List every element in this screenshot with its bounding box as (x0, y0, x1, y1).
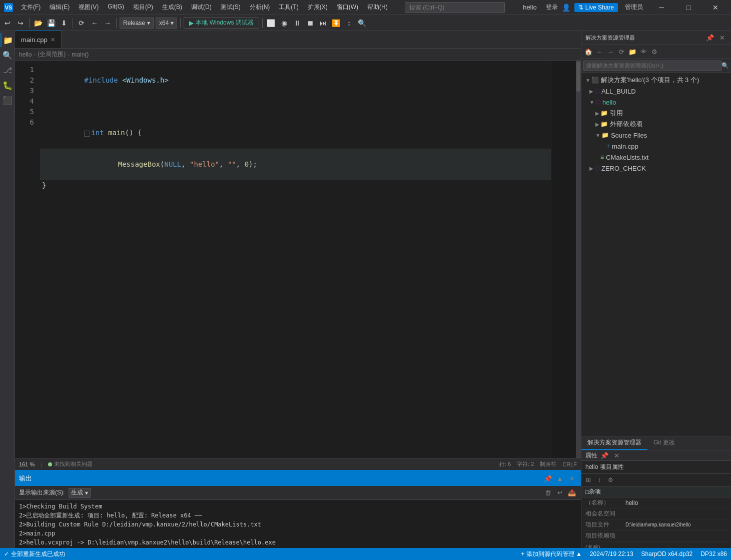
toolbar-misc3[interactable]: ⏸ (292, 18, 303, 29)
props-settings-btn[interactable]: ⚙ (605, 475, 615, 485)
output-content[interactable]: 1>Checking Build System 2>已启动全部重新生成: 项目:… (15, 500, 581, 550)
toolbar-btn-extra3[interactable]: → (102, 18, 113, 29)
tree-item-source-files[interactable]: ▼ 📁 Source Files (581, 130, 731, 141)
save-all-button[interactable]: ⬇ (59, 18, 70, 29)
run-button[interactable]: ▶ 本地 Windows 调试器 (184, 18, 259, 29)
se-back-icon[interactable]: ← (594, 47, 604, 57)
output-collapse-button[interactable]: ▲ (555, 473, 565, 483)
output-wrap-button[interactable]: ↵ (555, 488, 565, 498)
breadcrumb-scope[interactable]: (全局范围) (38, 50, 66, 59)
platform-arrow: ▾ (171, 20, 174, 27)
tree-item-cmakelists[interactable]: ▶ ≡ CMakeLists.txt (581, 152, 731, 163)
se-show-all-icon[interactable]: 👁 (638, 47, 648, 57)
toolbar-btn-extra1[interactable]: ⟳ (76, 18, 87, 29)
window-title: hello (523, 4, 536, 11)
save-button[interactable]: 💾 (46, 18, 57, 29)
se-filter-icon[interactable]: ⚙ (649, 47, 659, 57)
build-config-dropdown[interactable]: Release ▾ (120, 18, 154, 29)
tab-git-changes[interactable]: Git 更改 (647, 436, 681, 450)
toolbar-misc7[interactable]: ↕ (344, 18, 355, 29)
se-new-folder-icon[interactable]: 📁 (627, 47, 637, 57)
breadcrumb-hello[interactable]: hello (19, 51, 32, 58)
tab-solution-explorer[interactable]: 解决方案资源管理器 (581, 436, 647, 450)
restore-button[interactable]: □ (677, 0, 700, 15)
se-forward-icon[interactable]: → (605, 47, 615, 57)
output-pin-button[interactable]: 📌 (543, 473, 553, 483)
open-button[interactable]: 📂 (33, 18, 44, 29)
output-toolbar-icons: 🗑 ↵ 📤 (543, 488, 577, 498)
menu-window[interactable]: 窗口(W) (333, 1, 362, 14)
activity-search[interactable]: 🔍 (1, 48, 15, 62)
manage-button[interactable]: 管理员 (622, 3, 646, 12)
breadcrumb-function[interactable]: main() (72, 51, 89, 58)
toolbar-misc5[interactable]: ⏭ (318, 18, 329, 29)
solution-root[interactable]: ▼ ⬛ 解决方案'hello'(3 个项目，共 3 个) (581, 75, 731, 86)
status-add-source[interactable]: + 添加到源代码管理 ▲ (521, 550, 582, 558)
se-home-icon[interactable]: 🏠 (583, 47, 593, 57)
output-source-label: 显示输出来源(S): (19, 488, 65, 497)
platform-dropdown[interactable]: x64 ▾ (156, 18, 177, 29)
search-input[interactable] (405, 2, 505, 13)
line-numbers: 1 2 3 4 5 6 (15, 61, 40, 458)
toolbar-btn-extra2[interactable]: ← (89, 18, 100, 29)
line-num-3: 3 (15, 86, 34, 96)
menu-test[interactable]: 测试(S) (217, 1, 245, 14)
activity-git[interactable]: ⎇ (1, 63, 15, 77)
toolbar-misc6[interactable]: ⏬ (331, 18, 342, 29)
menu-file[interactable]: 文件(F) (17, 1, 45, 14)
live-share-button[interactable]: ⇅ Live Share (574, 3, 618, 12)
output-line-2: 2>已启动全部重新生成: 项目: hello, 配置: Release x64 … (19, 511, 577, 520)
props-close-button[interactable]: ✕ (611, 450, 621, 460)
toolbar-misc4[interactable]: ⏹ (305, 18, 316, 29)
toolbar-misc8[interactable]: 🔍 (357, 18, 368, 29)
code-editor[interactable]: 1 2 3 4 5 6 #include <Windows.h> −int ma… (15, 61, 581, 458)
menu-extensions[interactable]: 扩展(X) (304, 1, 332, 14)
props-grid-btn[interactable]: ⊞ (583, 475, 593, 485)
tree-item-main-cpp[interactable]: ▶ + main.cpp (581, 141, 731, 152)
menu-analyze[interactable]: 分析(N) (246, 1, 274, 14)
output-clear-button[interactable]: 🗑 (543, 488, 553, 498)
activity-explorer[interactable]: 📁 (1, 33, 15, 47)
login-button[interactable]: 登录 (546, 3, 558, 12)
props-sort-btn[interactable]: ↕ (594, 475, 604, 485)
menu-help[interactable]: 帮助(H) (363, 1, 392, 14)
close-button[interactable]: ✕ (704, 0, 727, 15)
output-close-button[interactable]: ✕ (567, 473, 577, 483)
redo-button[interactable]: ↪ (15, 18, 26, 29)
misc-label: 杂项 (589, 487, 601, 496)
output-open-button[interactable]: 📤 (567, 488, 577, 498)
menu-view[interactable]: 视图(V) (75, 1, 103, 14)
output-source-dropdown[interactable]: 生成 ▾ (69, 488, 91, 498)
menu-edit[interactable]: 编辑(E) (46, 1, 74, 14)
activity-debug[interactable]: 🐛 (1, 78, 15, 92)
tree-item-zero-check[interactable]: ▶ ⬡ ZERO_CHECK (581, 163, 731, 174)
minimize-button[interactable]: ─ (650, 0, 673, 15)
fold-btn-4[interactable]: − (84, 131, 90, 137)
tab-main-cpp[interactable]: main.cpp ✕ (15, 31, 62, 48)
activity-extensions[interactable]: ⬛ (1, 93, 15, 107)
props-pin-button[interactable]: 📌 (599, 450, 609, 460)
menu-debug[interactable]: 调试(D) (187, 1, 216, 14)
properties-section-misc[interactable]: □ 杂项 (581, 486, 731, 497)
tree-item-external-deps[interactable]: ▶ 📁 外部依赖项 (581, 119, 731, 130)
undo-button[interactable]: ↩ (2, 18, 13, 29)
menu-git[interactable]: Git(G) (104, 1, 128, 14)
se-search-input[interactable] (583, 61, 721, 71)
scrollbar-thumb[interactable] (576, 62, 580, 92)
tree-item-hello[interactable]: ▼ ⬡ hello (581, 97, 731, 108)
editor-status-bar: 161 % | 未找到相关问题 行: 6 字符: 2 制表符 CRLF (15, 458, 581, 470)
se-close-button[interactable]: ✕ (717, 33, 727, 43)
menu-project[interactable]: 项目(P) (129, 1, 157, 14)
se-pin-button[interactable]: 📌 (705, 33, 715, 43)
tree-item-all-build[interactable]: ▶ ⬡ ALL_BUILD (581, 86, 731, 97)
tree-item-ref[interactable]: ▶ 📁 引用 (581, 108, 731, 119)
vertical-scrollbar[interactable] (576, 61, 581, 458)
status-success[interactable]: ✓ 全部重新生成已成功 (4, 550, 65, 558)
menu-build[interactable]: 生成(B) (158, 1, 186, 14)
tab-main-cpp-close[interactable]: ✕ (51, 37, 55, 43)
toolbar-misc1[interactable]: ⬜ (266, 18, 277, 29)
menu-tools[interactable]: 工具(T) (275, 1, 302, 14)
se-sync-icon[interactable]: ⟳ (616, 47, 626, 57)
code-content[interactable]: #include <Windows.h> −int main() { Messa… (40, 61, 551, 458)
toolbar-misc2[interactable]: ◉ (279, 18, 290, 29)
